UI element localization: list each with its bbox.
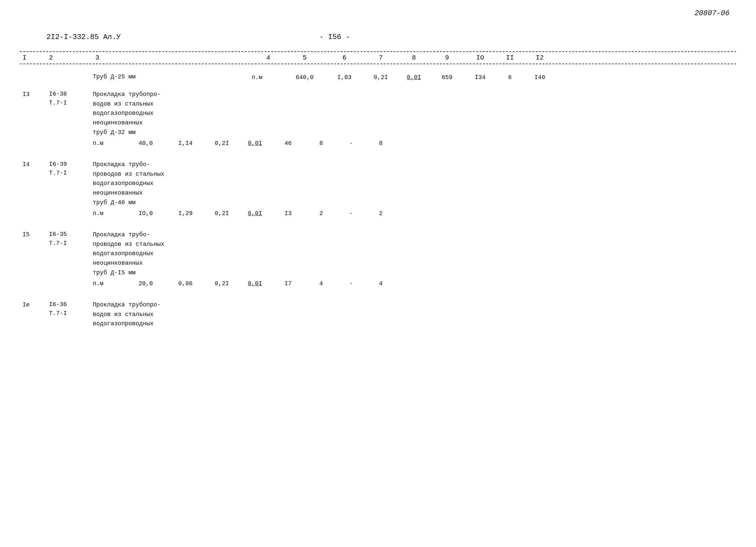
first-entry-col11: 6 xyxy=(497,74,523,81)
col8-header: 8 xyxy=(397,54,430,62)
row-desc: Прокладка трубо-проводов из стальныхводо… xyxy=(93,230,736,277)
col6-header: 6 xyxy=(325,54,364,62)
page-reference: 20807-06 xyxy=(694,9,730,18)
row-col11: - xyxy=(338,280,364,287)
col10-header: IO xyxy=(464,54,497,62)
row-values: п.м 40,0 I,I4 0,2I 0,0I 46 8 - 8 xyxy=(93,140,736,147)
first-entry-col6: I,03 xyxy=(325,74,364,81)
row-col7: 0,2I xyxy=(205,280,238,287)
first-entry-col5: 640,0 xyxy=(285,74,325,81)
row-desc: Прокладка трубо-проводов из стальныхводо… xyxy=(93,160,736,208)
row-content: Прокладка трубопро-водов из стальныхводо… xyxy=(93,300,736,330)
first-entry-col9: 659 xyxy=(430,74,464,81)
row-col6: I,29 xyxy=(166,210,205,217)
first-entry-col7: 0,2I xyxy=(364,74,397,81)
rows-container: I3 I6-38Т.7-I Прокладка трубопро-водов и… xyxy=(20,90,736,330)
main-table: I 2 3 4 5 6 7 8 9 IO II I2 Труб Д-25 мм … xyxy=(20,51,736,83)
row-col6: 0,86 xyxy=(166,280,205,287)
table-row: Iе I6-36Т.7-I Прокладка трубопро-водов и… xyxy=(20,300,736,330)
row-unit: п.м xyxy=(93,280,126,287)
row-code: I6-39Т.7-I xyxy=(46,160,93,217)
row-code: I6-38Т.7-I xyxy=(46,90,93,147)
row-id: I4 xyxy=(20,160,46,217)
table-row: I5 I6-35Т.7-I Прокладка трубо-проводов и… xyxy=(20,230,736,287)
row-col12: 8 xyxy=(364,140,397,147)
table-row: I3 I6-38Т.7-I Прокладка трубопро-водов и… xyxy=(20,90,736,147)
table-header-row: I 2 3 4 5 6 7 8 9 IO II I2 xyxy=(20,52,736,64)
row-col6: I,I4 xyxy=(166,140,205,147)
row-desc: Прокладка трубопро-водов из стальныхводо… xyxy=(93,90,736,137)
row-unit: п.м xyxy=(93,140,126,147)
row-id: I5 xyxy=(20,230,46,287)
row-col8: 0,0I xyxy=(238,140,272,147)
row-code: I6-35Т.7-I xyxy=(46,230,93,287)
row-content: Прокладка трубопро-водов из стальныхводо… xyxy=(93,90,736,147)
row-col8: 0,0I xyxy=(238,210,272,217)
col12-header: I2 xyxy=(523,54,556,62)
row-id: Iе xyxy=(20,300,46,330)
row-col5: IO,0 xyxy=(126,210,166,217)
row-id: I3 xyxy=(20,90,46,147)
col1-header: I xyxy=(20,54,46,62)
row-unit: п.м xyxy=(93,210,126,217)
col11-header: II xyxy=(497,54,523,62)
first-entry-unit: п.м xyxy=(252,74,285,81)
row-values: п.м 20,0 0,86 0,2I 0,0I I7 4 - 4 xyxy=(93,280,736,287)
first-entry-col8: 0,0I xyxy=(397,74,430,81)
col3-header: 3 xyxy=(93,54,252,62)
row-col10: 2 xyxy=(305,210,338,217)
first-entry-col10: I34 xyxy=(464,74,497,81)
row-col11: - xyxy=(338,140,364,147)
table-row: I4 I6-39Т.7-I Прокладка трубо-проводов и… xyxy=(20,160,736,217)
first-entry-col12: I40 xyxy=(523,74,556,81)
col5-header: 5 xyxy=(285,54,325,62)
row-col11: - xyxy=(338,210,364,217)
row-col10: 4 xyxy=(305,280,338,287)
col4-header: 4 xyxy=(252,54,285,62)
first-entry-desc: Труб Д-25 мм xyxy=(93,72,252,82)
row-col10: 8 xyxy=(305,140,338,147)
col2-header: 2 xyxy=(46,54,93,62)
row-col7: 0,2I xyxy=(205,210,238,217)
row-col12: 4 xyxy=(364,280,397,287)
row-col9: I3 xyxy=(272,210,305,217)
row-col5: 40,0 xyxy=(126,140,166,147)
row-col7: 0,2I xyxy=(205,140,238,147)
col7-header: 7 xyxy=(364,54,397,62)
row-code: I6-36Т.7-I xyxy=(46,300,93,330)
row-col8: 0,0I xyxy=(238,280,272,287)
row-col9: 46 xyxy=(272,140,305,147)
row-content: Прокладка трубо-проводов из стальныхводо… xyxy=(93,230,736,287)
doc-title-center: - I56 - xyxy=(319,33,350,41)
row-col5: 20,0 xyxy=(126,280,166,287)
row-values: п.м IO,0 I,29 0,2I 0,0I I3 2 - 2 xyxy=(93,210,736,217)
row-desc: Прокладка трубопро-водов из стальныхводо… xyxy=(93,300,736,328)
row-col12: 2 xyxy=(364,210,397,217)
col9-header: 9 xyxy=(430,54,464,62)
row-col9: I7 xyxy=(272,280,305,287)
first-entry-row: Труб Д-25 мм п.м 640,0 I,03 0,2I 0,0I 65… xyxy=(20,71,736,83)
doc-title-left: 2I2-I-332.85 Ал.У xyxy=(46,33,121,41)
row-content: Прокладка трубо-проводов из стальныхводо… xyxy=(93,160,736,217)
